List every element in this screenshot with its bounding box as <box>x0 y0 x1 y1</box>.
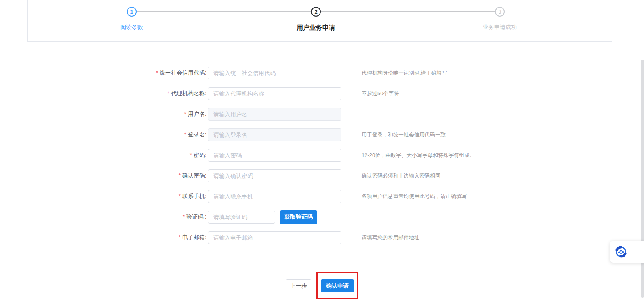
form-row: *确认密码: 确认密码必须和上边输入密码相同 <box>0 165 644 186</box>
form-row: *登录名: 用于登录，和统一社会信用代码一致 <box>0 124 644 145</box>
user-application-page: 1 2 3 阅读条款 用户业务申请 业务申请成功 *统一社会信用代码: 代理机构… <box>0 0 644 305</box>
field-label: *联系手机: <box>0 193 206 200</box>
required-asterisk: * <box>183 213 185 220</box>
required-asterisk: * <box>179 172 181 179</box>
field-hint: 请填写您的常用邮件地址 <box>362 234 419 241</box>
floating-widget[interactable] <box>610 241 644 263</box>
get-captcha-button[interactable]: 获取验证码 <box>280 210 317 224</box>
field-label: *用户名: <box>0 111 206 118</box>
username-input <box>208 108 341 121</box>
form-row: *统一社会信用代码: 代理机构身份唯一识别码,请正确填写 <box>0 63 644 83</box>
previous-step-button[interactable]: 上一步 <box>286 279 311 292</box>
password-input[interactable] <box>208 149 341 162</box>
field-label: *密码: <box>0 152 206 159</box>
field-hint: 各项用户信息重置均使用此号码，请正确填写 <box>362 193 467 200</box>
required-asterisk: * <box>179 234 181 240</box>
field-hint: 代理机构身份唯一识别码,请正确填写 <box>362 69 447 77</box>
step-2-circle: 2 <box>311 7 321 17</box>
form-row: *代理机构名称: 不超过50个字符 <box>0 83 644 104</box>
step-1-circle: 1 <box>127 7 137 17</box>
field-hint: 确认密码必须和上边输入密码相同 <box>362 172 440 180</box>
stepper: 1 2 3 阅读条款 用户业务申请 业务申请成功 <box>27 0 612 42</box>
email-input[interactable] <box>208 231 341 244</box>
credit-code-input[interactable] <box>208 67 341 79</box>
application-form: *统一社会信用代码: 代理机构身份唯一识别码,请正确填写 *代理机构名称: 不超… <box>0 63 644 248</box>
form-row: *联系手机: 各项用户信息重置均使用此号码，请正确填写 <box>0 186 644 207</box>
form-row: *密码: 12-20位，由数字、大小写字母和特殊字符组成。 <box>0 145 644 165</box>
phone-input[interactable] <box>208 190 341 203</box>
step-connector-line <box>321 11 495 12</box>
form-row: *用户名: <box>0 104 644 124</box>
required-asterisk: * <box>156 69 158 76</box>
field-hint: 12-20位，由数字、大小写字母和特殊字符组成。 <box>362 152 475 159</box>
step-2-label: 用户业务申请 <box>267 24 364 32</box>
required-asterisk: * <box>190 152 192 158</box>
required-asterisk: * <box>179 193 181 199</box>
required-asterisk: * <box>184 131 186 138</box>
agency-name-input[interactable] <box>208 87 341 100</box>
field-label: *电子邮箱: <box>0 234 206 241</box>
brand-logo-icon <box>615 246 627 258</box>
form-row: *电子邮箱: 请填写您的常用邮件地址 <box>0 227 644 248</box>
step-3-circle: 3 <box>495 7 505 17</box>
field-label: *统一社会信用代码: <box>0 69 206 77</box>
step-connector-line <box>137 11 311 12</box>
field-label: *代理机构名称: <box>0 90 206 97</box>
required-asterisk: * <box>167 90 169 96</box>
field-label: *验证码 : <box>0 213 206 221</box>
captcha-input[interactable] <box>208 211 275 224</box>
confirm-password-input[interactable] <box>208 169 341 182</box>
required-asterisk: * <box>184 111 186 117</box>
form-row: *验证码 : 获取验证码 <box>0 207 644 227</box>
field-label: *确认密码: <box>0 172 206 180</box>
field-label: *登录名: <box>0 131 206 138</box>
field-hint: 不超过50个字符 <box>362 90 399 97</box>
step-1-label: 阅读条款 <box>83 24 180 31</box>
confirm-apply-button[interactable]: 确认申请 <box>321 279 354 292</box>
login-name-input <box>208 128 341 141</box>
field-hint: 用于登录，和统一社会信用代码一致 <box>362 131 446 138</box>
step-3-label: 业务申请成功 <box>451 24 548 31</box>
